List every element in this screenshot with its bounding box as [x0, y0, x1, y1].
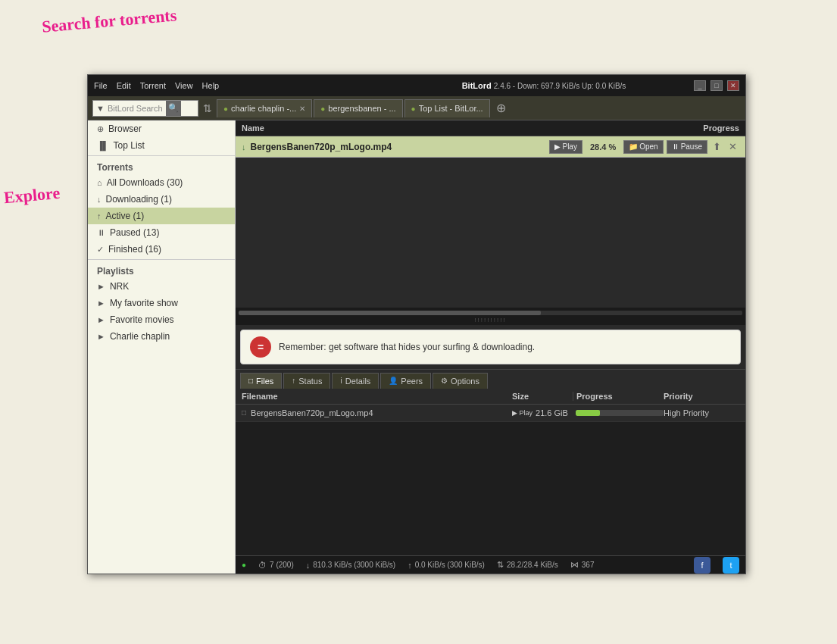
tab-close-0[interactable]: ✕ — [299, 105, 305, 113]
play-icon: ▶ — [554, 142, 561, 151]
sidebar: ⊕ Browser ▐▌ Top List Torrents ⌂ All Dow… — [88, 120, 236, 574]
playlist-myfav-icon: ► — [97, 299, 105, 308]
tab-icon-0: ● — [223, 105, 228, 113]
sidebar-item-finished[interactable]: ✓ Finished (16) — [88, 241, 235, 258]
peers-tab-label: Peers — [401, 377, 423, 386]
clock-icon: ⏱ — [258, 561, 267, 570]
files-row: □ BergensBanen720p_mLogo.mp4 ▶ Play 21.6… — [236, 405, 745, 422]
tab-files[interactable]: □ Files — [240, 373, 282, 389]
sidebar-item-paused[interactable]: ⏸ Paused (13) — [88, 224, 235, 241]
file-progress-track — [576, 410, 664, 416]
close-button[interactable]: ✕ — [727, 80, 739, 91]
seeds-icon: ⋈ — [570, 560, 579, 570]
maximize-button[interactable]: □ — [711, 80, 723, 91]
browser-icon: ⊕ — [97, 124, 104, 134]
search-box[interactable]: ▼ BitLord Search 🔍 — [92, 100, 198, 117]
files-header-size: Size — [512, 392, 573, 401]
add-tab-button[interactable]: ⊕ — [492, 101, 511, 115]
menu-edit[interactable]: Edit — [117, 81, 131, 90]
sidebar-label-charlie-chaplin: Charlie chaplin — [110, 331, 170, 342]
playlist-charlie-icon: ► — [97, 332, 105, 341]
status-connections: ⏱ 7 (200) — [258, 561, 294, 570]
status-tab-label: Status — [298, 377, 322, 386]
sidebar-label-browser: Browser — [108, 123, 142, 134]
search-button[interactable]: 🔍 — [166, 101, 181, 116]
sidebar-label-paused: Paused (13) — [110, 227, 159, 238]
remember-banner: = Remember: get software that hides your… — [240, 330, 741, 364]
bottom-tabs: □ Files ↑ Status i Details 👤 Peers — [236, 369, 745, 389]
all-downloads-icon: ⌂ — [97, 178, 102, 187]
files-tab-icon: □ — [248, 377, 253, 385]
transfer-value: 28.2/28.4 KiB/s — [507, 561, 558, 569]
torrent-progress-text: 28.4 % — [590, 142, 616, 152]
minimize-button[interactable]: _ — [694, 80, 706, 91]
status-upload: ↑ 0.0 KiB/s (300 KiB/s) — [408, 561, 485, 570]
tab-details[interactable]: i Details — [332, 373, 379, 389]
tab-options[interactable]: ⚙ Options — [433, 373, 488, 389]
callout-search-text: Search for torrents — [41, 5, 177, 36]
upload-icon: ↑ — [408, 561, 412, 570]
seeds-value: 367 — [582, 561, 595, 569]
torrent-share-icon[interactable]: ⬆ — [711, 140, 723, 153]
torrent-list-header: Name Progress — [236, 120, 745, 136]
tab-status[interactable]: ↑ Status — [283, 373, 330, 389]
file-type-icon: □ — [242, 408, 246, 417]
right-panel: Name Progress ↓ BergensBanen720p_mLogo.m… — [236, 120, 745, 574]
torrent-remove-icon[interactable]: ✕ — [726, 140, 739, 153]
window-title: BitLord 2.4.6 - Down: 697.9 KiB/s Up: 0.… — [394, 81, 694, 90]
files-tab-label: Files — [256, 377, 273, 386]
sidebar-item-my-favorite-show[interactable]: ► My favorite show — [88, 295, 235, 311]
tab-toplist[interactable]: ● Top List - BitLor... — [404, 99, 490, 117]
torrent-list: Name Progress ↓ BergensBanen720p_mLogo.m… — [236, 120, 745, 308]
sidebar-item-active[interactable]: ↑ Active (1) — [88, 208, 235, 224]
resize-separator[interactable]: !!!!!!!!!! — [239, 317, 742, 324]
sidebar-item-charlie-chaplin[interactable]: ► Charlie chaplin — [88, 328, 235, 345]
toplist-icon: ▐▌ — [97, 141, 109, 150]
sidebar-label-finished: Finished (16) — [108, 244, 161, 255]
status-green-dot: ● — [242, 561, 246, 569]
main-content: ⊕ Browser ▐▌ Top List Torrents ⌂ All Dow… — [88, 120, 745, 574]
sidebar-item-browser[interactable]: ⊕ Browser — [88, 120, 235, 137]
tab-left-arrow[interactable]: ⇅ — [200, 102, 215, 114]
file-play-button[interactable]: ▶ Play — [512, 409, 532, 417]
sidebar-item-toplist[interactable]: ▐▌ Top List — [88, 137, 235, 154]
sidebar-item-downloading[interactable]: ↓ Downloading (1) — [88, 191, 235, 208]
transfer-icon: ⇅ — [497, 560, 504, 570]
torrent-open-button[interactable]: 📁 Open — [623, 140, 663, 154]
status-tab-icon: ↑ — [292, 377, 295, 385]
sidebar-item-favorite-movies[interactable]: ► Favorite movies — [88, 311, 235, 328]
files-header-filename: Filename — [242, 392, 512, 401]
tab-label-2: Top List - BitLor... — [419, 104, 483, 113]
menu-view[interactable]: View — [175, 81, 193, 90]
playlist-favmovies-icon: ► — [97, 315, 105, 324]
sidebar-section-torrents: Torrents — [88, 158, 235, 174]
tab-charlie-chaplin[interactable]: ● charlie chaplin -... ✕ — [217, 99, 312, 117]
download-value: 810.3 KiB/s (3000 KiB/s) — [313, 561, 395, 569]
pause-icon: ⏸ — [672, 142, 679, 151]
details-tab-label: Details — [345, 377, 371, 386]
sidebar-label-nrk: NRK — [110, 281, 129, 292]
torrent-actions: ▶ Play 28.4 % 📁 Open ⏸ Pause ⬆ — [549, 140, 739, 154]
status-download: ↓ 810.3 KiB/s (3000 KiB/s) — [306, 561, 395, 570]
tab-bergensbanen[interactable]: ● bergensbanen - ... — [314, 99, 402, 117]
torrent-pause-button[interactable]: ⏸ Pause — [667, 140, 707, 154]
twitter-button[interactable]: t — [723, 557, 739, 574]
facebook-button[interactable]: f — [694, 557, 711, 574]
sidebar-item-nrk[interactable]: ► NRK — [88, 278, 235, 295]
peers-tab-icon: 👤 — [389, 377, 398, 385]
tab-peers[interactable]: 👤 Peers — [380, 373, 431, 389]
torrent-download-icon: ↓ — [242, 142, 246, 152]
menu-torrent[interactable]: Torrent — [140, 81, 166, 90]
sidebar-label-active: Active (1) — [106, 211, 145, 221]
menu-help[interactable]: Help — [202, 81, 220, 90]
torrent-play-button[interactable]: ▶ Play — [549, 140, 582, 154]
downloading-icon: ↓ — [97, 195, 102, 204]
sidebar-item-all-downloads[interactable]: ⌂ All Downloads (30) — [88, 174, 235, 191]
options-tab-icon: ⚙ — [441, 377, 448, 385]
search-placeholder: BitLord Search — [108, 104, 163, 113]
files-row-progress-cell — [573, 410, 664, 416]
tab-icon-1: ● — [320, 105, 325, 113]
files-header-priority: Priority — [664, 392, 739, 401]
menu-file[interactable]: File — [94, 81, 108, 90]
remember-icon: = — [250, 336, 271, 358]
